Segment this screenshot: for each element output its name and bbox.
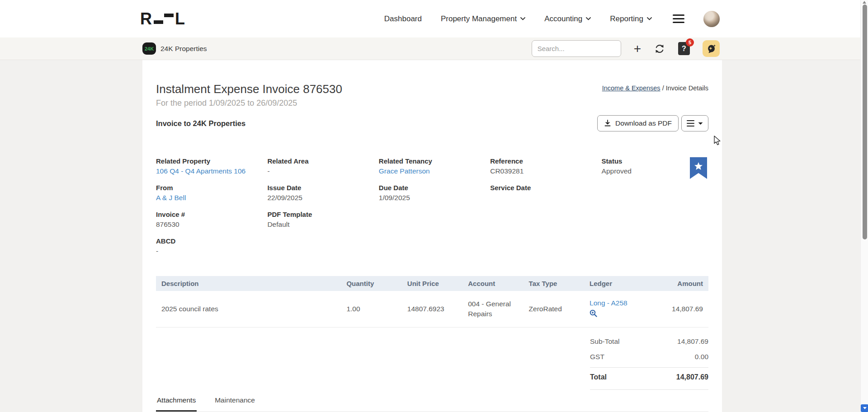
field-from: From A & J Bell (156, 183, 263, 202)
vertical-scrollbar[interactable] (860, 0, 868, 412)
chevron-down-icon (698, 122, 703, 125)
tab-attachments[interactable]: Attachments (156, 394, 197, 412)
field-abcd: ABCD - (156, 237, 263, 256)
totals-summary: Sub-Total 14,807.69 GST 0.00 Total 14,80… (590, 334, 708, 390)
menu-icon[interactable] (673, 14, 684, 23)
cell-account: 004 - General Repairs (462, 291, 523, 328)
bottom-tabs: Attachments Maintenance (156, 394, 708, 412)
col-ledger: Ledger (584, 276, 642, 291)
cell-description: 2025 council rates (156, 291, 341, 328)
zoom-in-icon[interactable] (590, 309, 597, 317)
main-nav: Dashboard Property Management Accounting… (384, 11, 720, 27)
scroll-down-button[interactable] (861, 404, 868, 412)
nav-accounting-label: Accounting (544, 14, 582, 23)
cell-tax-type: ZeroRated (524, 291, 584, 328)
invoice-details-grid: Related Property 106 Q4 - Q4 Apartments … (156, 157, 708, 263)
search-input[interactable] (532, 40, 621, 57)
menu-icon (687, 120, 694, 127)
field-pdf-template: PDF Template Default (267, 210, 374, 229)
field-reference: Reference CR039281 (490, 157, 597, 176)
invoice-card: Instalment Expense Invoice 876530 For th… (142, 60, 722, 412)
field-related-property: Related Property 106 Q4 - Q4 Apartments … (156, 157, 263, 176)
col-quantity: Quantity (341, 276, 401, 291)
cell-quantity: 1.00 (341, 291, 401, 328)
page-subtitle: For the period 1/09/2025 to 26/09/2025 (156, 98, 342, 108)
field-related-area: Related Area - (267, 157, 374, 176)
field-issue-date: Issue Date 22/09/2025 (267, 183, 374, 202)
divider (590, 389, 708, 390)
secondary-toolbar: 24K 24K Properties + ? 5 (0, 37, 868, 60)
table-header-row: Description Quantity Unit Price Account … (156, 276, 708, 291)
breadcrumb-separator: / (660, 84, 666, 92)
nav-dashboard-label: Dashboard (384, 14, 422, 23)
page-body: Instalment Expense Invoice 876530 For th… (0, 60, 868, 412)
field-related-tenancy: Related Tenancy Grace Patterson (379, 157, 486, 176)
line-items-table: Description Quantity Unit Price Account … (156, 276, 708, 328)
help-icon[interactable]: ? 5 (678, 42, 690, 55)
gst-value: 0.00 (695, 353, 708, 361)
top-navigation-bar: RL Dashboard Property Management Account… (0, 0, 868, 37)
subtotal-row: Sub-Total 14,807.69 (590, 334, 708, 349)
download-icon (604, 120, 611, 127)
refresh-icon[interactable] (654, 43, 665, 55)
organisation-switcher[interactable]: 24K 24K Properties (142, 42, 207, 55)
nav-reporting-label: Reporting (610, 14, 643, 23)
scrollbar-thumb[interactable] (863, 5, 867, 239)
download-pdf-label: Download as PDF (615, 119, 672, 127)
related-property-link[interactable]: 106 Q4 - Q4 Apartments 106 (156, 167, 263, 176)
chevron-down-icon (520, 17, 525, 20)
user-avatar[interactable] (703, 11, 720, 27)
add-icon[interactable]: + (634, 42, 641, 55)
col-amount: Amount (642, 276, 708, 291)
logo-letter-r: R (140, 9, 152, 28)
download-pdf-button[interactable]: Download as PDF (597, 115, 679, 131)
breadcrumb: Income & Expenses / Invoice Details (602, 84, 708, 92)
breadcrumb-current: Invoice Details (666, 84, 708, 92)
col-unit-price: Unit Price (402, 276, 462, 291)
nav-reporting[interactable]: Reporting (610, 14, 652, 23)
chevron-down-icon (647, 17, 652, 20)
subtotal-value: 14,807.69 (677, 337, 708, 346)
chevron-down-icon (586, 17, 591, 20)
gst-row: GST 0.00 (590, 349, 708, 365)
cell-amount: 14,807.69 (642, 291, 708, 328)
cell-ledger: Long - A258 (584, 291, 642, 328)
col-tax-type: Tax Type (524, 276, 584, 291)
col-description: Description (156, 276, 341, 291)
more-actions-button[interactable] (681, 115, 708, 131)
table-row: 2025 council rates 1.00 14807.6923 004 -… (156, 291, 708, 328)
breadcrumb-link-income-expenses[interactable]: Income & Expenses (602, 84, 660, 92)
toolbar-actions: + ? 5 (532, 40, 720, 57)
nav-accounting[interactable]: Accounting (544, 14, 591, 23)
field-invoice-number: Invoice # 876530 (156, 210, 263, 229)
approved-bookmark-icon (690, 157, 707, 179)
from-link[interactable]: A & J Bell (156, 193, 263, 202)
cell-unit-price: 14807.6923 (402, 291, 462, 328)
field-service-date: Service Date (490, 183, 597, 202)
total-value: 14,807.69 (676, 373, 708, 381)
tab-maintenance[interactable]: Maintenance (214, 394, 256, 412)
org-badge: 24K (142, 42, 156, 55)
nav-dashboard[interactable]: Dashboard (384, 14, 422, 23)
field-due-date: Due Date 1/09/2025 (379, 183, 486, 202)
app-logo[interactable]: RL (140, 9, 185, 28)
nav-property-management[interactable]: Property Management (441, 14, 525, 23)
org-name: 24K Properties (160, 45, 207, 53)
invoice-to-label: Invoice to 24K Properties (156, 119, 245, 128)
logo-letter-l: L (175, 9, 185, 28)
scroll-up-arrow-icon[interactable] (863, 1, 866, 4)
ledger-link[interactable]: Long - A258 (590, 298, 637, 308)
page-title: Instalment Expense Invoice 876530 (156, 82, 342, 96)
related-tenancy-link[interactable]: Grace Patterson (379, 167, 486, 176)
ai-assistant-icon[interactable] (703, 40, 720, 57)
col-account: Account (462, 276, 523, 291)
logo-dash-low-icon (154, 20, 163, 24)
logo-dash-high-icon (164, 14, 174, 17)
nav-property-management-label: Property Management (441, 14, 517, 23)
notification-badge: 5 (686, 38, 694, 47)
total-row: Total 14,807.69 (590, 368, 708, 387)
